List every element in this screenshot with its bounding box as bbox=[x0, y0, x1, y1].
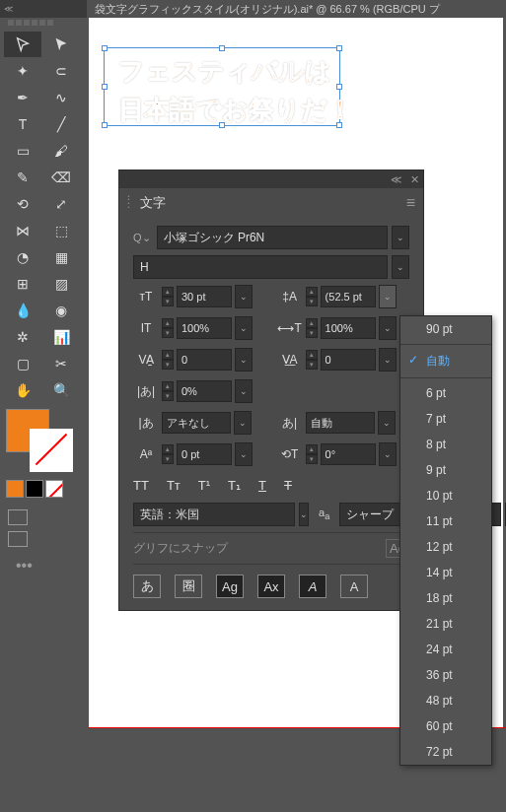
paintbrush-tool[interactable]: 🖌 bbox=[42, 138, 80, 164]
panel-close-icon[interactable]: ✕ bbox=[410, 173, 419, 186]
shaper-tool[interactable]: ✎ bbox=[4, 165, 41, 190]
selection-tool[interactable] bbox=[4, 32, 41, 57]
rectangle-tool[interactable]: ▭ bbox=[4, 138, 41, 164]
leading-option[interactable]: 72 pt bbox=[400, 739, 491, 765]
language-dropdown[interactable]: ⌄ bbox=[299, 503, 309, 526]
width-tool[interactable]: ⋈ bbox=[4, 218, 41, 243]
shape-builder-tool[interactable]: ◔ bbox=[4, 244, 41, 270]
baseline-dropdown[interactable]: ⌄ bbox=[235, 442, 253, 466]
gradient-mode[interactable] bbox=[26, 480, 43, 498]
perspective-tool[interactable]: ▦ bbox=[42, 244, 80, 270]
character-tab[interactable]: 文字 bbox=[134, 190, 172, 216]
vscale-dropdown[interactable]: ⌄ bbox=[235, 316, 253, 340]
leading-option[interactable]: 10 pt bbox=[400, 483, 491, 508]
leading-option[interactable]: 90 pt bbox=[400, 316, 491, 342]
toolbar-collapse[interactable]: ≪ bbox=[0, 0, 87, 18]
graph-tool[interactable]: 📊 bbox=[42, 324, 80, 350]
kerning-dropdown[interactable]: ⌄ bbox=[235, 348, 253, 372]
rotate-tool[interactable]: ⟲ bbox=[4, 191, 41, 217]
lasso-tool[interactable]: ⊂ bbox=[42, 58, 80, 84]
tracking-dropdown[interactable]: ⌄ bbox=[379, 348, 397, 372]
panel-menu-icon[interactable]: ≡ bbox=[406, 194, 415, 212]
glyph-snap-2[interactable]: 圈 bbox=[175, 575, 202, 598]
screen-mode[interactable] bbox=[8, 509, 28, 525]
font-family-input[interactable] bbox=[157, 226, 388, 249]
rotation-up[interactable]: ▴ bbox=[306, 444, 318, 454]
baseline-input[interactable] bbox=[177, 443, 232, 465]
leading-up[interactable]: ▴ bbox=[306, 287, 318, 297]
color-mode[interactable] bbox=[6, 480, 24, 498]
font-size-up[interactable]: ▴ bbox=[162, 287, 174, 297]
panel-grip-icon[interactable]: ⦙ bbox=[127, 194, 130, 212]
kerning-down[interactable]: ▾ bbox=[162, 360, 174, 370]
tsume-dropdown[interactable]: ⌄ bbox=[235, 379, 253, 403]
font-style-dropdown[interactable]: ⌄ bbox=[392, 255, 409, 279]
leading-option[interactable]: 21 pt bbox=[400, 611, 491, 637]
font-family-dropdown[interactable]: ⌄ bbox=[392, 226, 409, 249]
rotation-down[interactable]: ▾ bbox=[306, 454, 318, 464]
tsume-down[interactable]: ▾ bbox=[162, 391, 174, 401]
glyph-snap-5[interactable]: A bbox=[299, 575, 326, 598]
aki-right-dropdown[interactable]: ⌄ bbox=[378, 411, 396, 435]
vscale-input[interactable] bbox=[177, 317, 232, 339]
leading-option[interactable]: 9 pt bbox=[400, 457, 491, 483]
baseline-down[interactable]: ▾ bbox=[162, 454, 174, 464]
rotation-input[interactable] bbox=[321, 443, 376, 465]
leading-option[interactable]: 36 pt bbox=[400, 662, 491, 688]
leading-input[interactable] bbox=[321, 286, 376, 307]
vscale-down[interactable]: ▾ bbox=[162, 328, 174, 338]
superscript-button[interactable]: T¹ bbox=[198, 478, 210, 493]
canvas-text-line2[interactable]: 日本語でお祭りだ！ bbox=[118, 93, 353, 127]
leading-option[interactable]: 自動 bbox=[400, 347, 491, 375]
line-tool[interactable]: ╱ bbox=[42, 111, 80, 137]
font-style-input[interactable] bbox=[133, 255, 388, 279]
language-input[interactable] bbox=[133, 503, 295, 526]
eyedropper-tool[interactable]: 💧 bbox=[4, 298, 41, 323]
magic-wand-tool[interactable]: ✦ bbox=[4, 58, 41, 84]
aki-right-input[interactable] bbox=[306, 412, 375, 434]
leading-option[interactable]: 12 pt bbox=[400, 534, 491, 560]
type-tool[interactable]: T bbox=[4, 111, 41, 137]
leading-option[interactable]: 24 pt bbox=[400, 637, 491, 662]
toolbar-grip[interactable] bbox=[0, 18, 87, 28]
baseline-up[interactable]: ▴ bbox=[162, 444, 174, 454]
leading-option[interactable]: 7 pt bbox=[400, 406, 491, 432]
vscale-up[interactable]: ▴ bbox=[162, 318, 174, 328]
glyph-snap-3[interactable]: Ag bbox=[216, 575, 244, 598]
screen-mode-2[interactable] bbox=[8, 531, 28, 547]
edit-toolbar[interactable]: ••• bbox=[8, 553, 79, 578]
leading-option[interactable]: 60 pt bbox=[400, 713, 491, 739]
canvas-text-line1[interactable]: フェスティバルは bbox=[118, 54, 331, 89]
leading-option[interactable]: 8 pt bbox=[400, 432, 491, 457]
hscale-down[interactable]: ▾ bbox=[306, 328, 318, 338]
none-mode[interactable] bbox=[45, 480, 63, 498]
pen-tool[interactable]: ✒ bbox=[4, 85, 41, 110]
free-transform-tool[interactable]: ⬚ bbox=[42, 218, 80, 243]
font-size-input[interactable] bbox=[177, 286, 232, 307]
allcaps-button[interactable]: TT bbox=[133, 478, 149, 493]
eraser-tool[interactable]: ⌫ bbox=[42, 165, 80, 190]
tsume-up[interactable]: ▴ bbox=[162, 381, 174, 391]
tracking-input[interactable] bbox=[321, 349, 376, 371]
gradient-tool[interactable]: ▨ bbox=[42, 271, 80, 297]
mesh-tool[interactable]: ⊞ bbox=[4, 271, 41, 297]
symbol-sprayer-tool[interactable]: ✲ bbox=[4, 324, 41, 350]
strikethrough-button[interactable]: Ŧ bbox=[284, 478, 292, 493]
leading-down[interactable]: ▾ bbox=[306, 297, 318, 306]
panel-collapse-icon[interactable]: ≪ bbox=[391, 173, 402, 186]
artboard-tool[interactable]: ▢ bbox=[4, 351, 41, 376]
blend-tool[interactable]: ◉ bbox=[42, 298, 80, 323]
hscale-input[interactable] bbox=[321, 317, 376, 339]
scale-tool[interactable]: ⤢ bbox=[42, 191, 80, 217]
leading-dropdown[interactable]: ⌄ bbox=[379, 285, 397, 308]
curvature-tool[interactable]: ∿ bbox=[42, 85, 80, 110]
stroke-swatch[interactable] bbox=[30, 429, 73, 472]
kerning-up[interactable]: ▴ bbox=[162, 350, 174, 360]
font-size-down[interactable]: ▾ bbox=[162, 297, 174, 306]
aki-left-dropdown[interactable]: ⌄ bbox=[234, 411, 252, 435]
slice-tool[interactable]: ✂ bbox=[42, 351, 80, 376]
subscript-button[interactable]: T₁ bbox=[228, 478, 241, 493]
zoom-tool[interactable]: 🔍 bbox=[42, 377, 80, 403]
direct-selection-tool[interactable] bbox=[42, 32, 80, 57]
underline-button[interactable]: T bbox=[258, 478, 266, 493]
